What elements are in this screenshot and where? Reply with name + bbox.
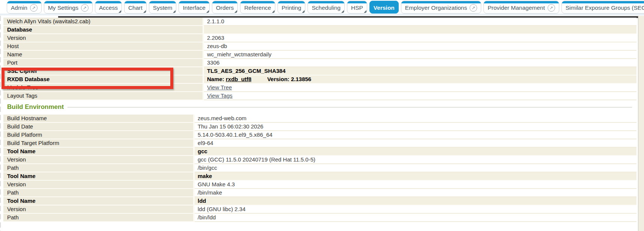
row-value: GNU Make 4.3 [195,181,636,189]
row-label: Build Target Platform [3,139,193,148]
tab-label: Version [374,5,395,11]
table-row: Build DateThu Jan 15 06:02:30 2026 [3,123,636,131]
red-highlight-rectangle [2,68,173,89]
build-environment-title: Build Environment [4,103,64,111]
tab-label: My Settings [48,5,78,11]
row-label: Build Platform [3,131,193,139]
tab-my-settings[interactable]: My Settings↗ [44,1,93,14]
row-label: Path [3,214,193,222]
table-row: Database [3,26,636,34]
dropdown-triangle-icon [234,10,237,13]
table-row: Namewc_miehr_wctmasterdaily [3,51,636,59]
row-label: Version [3,34,203,42]
dropdown-triangle-icon [173,10,176,13]
table-row: Tool Namemake [3,172,636,181]
tab-label: Employer Organizations [405,5,467,11]
dropdown-triangle-icon [341,10,344,13]
row-value: el9-64 [195,139,636,148]
tab-similar-exposure-groups-segs[interactable]: Similar Exposure Groups (SEGs)↗ [561,1,644,14]
external-link-icon[interactable]: ↗ [30,4,38,12]
table-row: Hostzeus-db [3,42,636,51]
row-label: Version [3,156,193,164]
dropdown-triangle-icon [206,10,209,13]
rxdb-version-label: Version: [267,76,291,82]
view-link[interactable]: View Tags [207,92,233,99]
row-label: Path [3,189,193,197]
tab-reference[interactable]: Reference [240,1,275,14]
row-value: /bin/gcc [195,164,636,172]
table-row: Tool Nameldd [3,197,636,205]
row-label: Port [3,59,203,67]
tab-scheduling[interactable]: Scheduling [308,1,345,14]
row-value: Thu Jan 15 06:02:30 2026 [195,123,636,131]
section-divider-line [68,107,632,107]
rxdb-name-label: Name: [207,76,226,82]
row-label: Welch Allyn Vitals (wavitals2.cab) [3,18,203,26]
view-link[interactable]: View Tree [207,84,232,91]
external-link-icon[interactable]: ↗ [548,4,555,12]
tab-bar: Admin↗My Settings↗AccessChartSystemInter… [0,0,644,15]
row-label: Host [3,42,203,51]
row-value: /bin/ldd [195,214,636,222]
build-environment-table: Build Hostnamezeus.med-web.comBuild Date… [3,115,636,222]
row-label: Path [3,164,193,172]
rxdb-version-value: 2.13856 [291,76,311,82]
row-value: zeus-db [204,42,636,51]
table-row: Port3306 [3,59,636,67]
tab-label: Admin [11,5,27,11]
tabbar-underlay [0,14,644,15]
tab-interface[interactable]: Interface [179,1,209,14]
table-row: Versiongcc (GCC) 11.5.0 20240719 (Red Ha… [3,156,636,164]
dropdown-triangle-icon [119,10,121,13]
tab-label: Access [99,5,118,11]
tab-label: Scheduling [312,5,341,11]
row-value: View Tree [204,84,636,92]
row-value: TLS_AES_256_GCM_SHA384 [204,67,636,75]
table-row: Versionldd (GNU libc) 2.34 [3,205,636,214]
tab-label: Printing [282,5,302,11]
row-label: Database [3,26,203,34]
dropdown-triangle-icon [143,10,146,13]
tab-label: Orders [216,5,234,11]
row-value: ldd (GNU libc) 2.34 [195,205,636,214]
row-value: gcc (GCC) 11.5.0 20240719 (Red Hat 11.5.… [195,156,636,164]
external-link-icon[interactable]: ↗ [470,4,477,12]
tab-chart[interactable]: Chart [124,1,147,14]
tab-printing[interactable]: Printing [278,1,306,14]
row-value: 3306 [204,59,636,67]
row-label: Version [3,181,193,189]
table-row: Build Platform5.14.0-503.40.1.el9_5.x86_… [3,131,636,139]
tab-orders[interactable]: Orders [212,1,238,14]
tab-version[interactable]: Version [369,1,399,14]
right-page-margin [638,16,644,231]
tab-system[interactable]: System [149,1,177,14]
external-link-icon[interactable]: ↗ [81,4,89,12]
row-label: Build Hostname [3,115,193,123]
table-row: Build Target Platformel9-64 [3,139,636,148]
row-value: 5.14.0-503.40.1.el9_5.x86_64 [195,131,636,139]
row-value: Name: rxdb_utf8Version: 2.13856 [204,75,636,84]
table-row: Layout TagsView Tags [3,92,636,100]
tab-admin[interactable]: Admin↗ [7,1,42,14]
dropdown-triangle-icon [272,10,275,13]
table-row: Path/bin/ldd [3,214,636,222]
tab-label: Interface [183,5,205,11]
left-page-border [0,16,1,231]
row-value: make [195,172,636,181]
tab-provider-management[interactable]: Provider Management↗ [483,1,559,14]
build-environment-header: Build Environment [4,102,636,112]
table-row: Path/bin/gcc [3,164,636,172]
tab-access[interactable]: Access [95,1,122,14]
row-label: Tool Name [3,197,193,205]
table-row: VersionGNU Make 4.3 [3,181,636,189]
rxdb-name-link[interactable]: rxdb_utf8 [226,76,251,82]
tab-employer-organizations[interactable]: Employer Organizations↗ [401,1,481,14]
tab-label: System [153,5,173,11]
row-value: zeus.med-web.com [195,115,636,123]
row-label: Version [3,205,193,214]
tab-label: Provider Management [488,5,545,11]
row-label: Tool Name [3,172,193,181]
tab-hsp[interactable]: HSP [347,1,367,14]
table-row: Path/bin/make [3,189,636,197]
row-label: Name [3,51,203,59]
